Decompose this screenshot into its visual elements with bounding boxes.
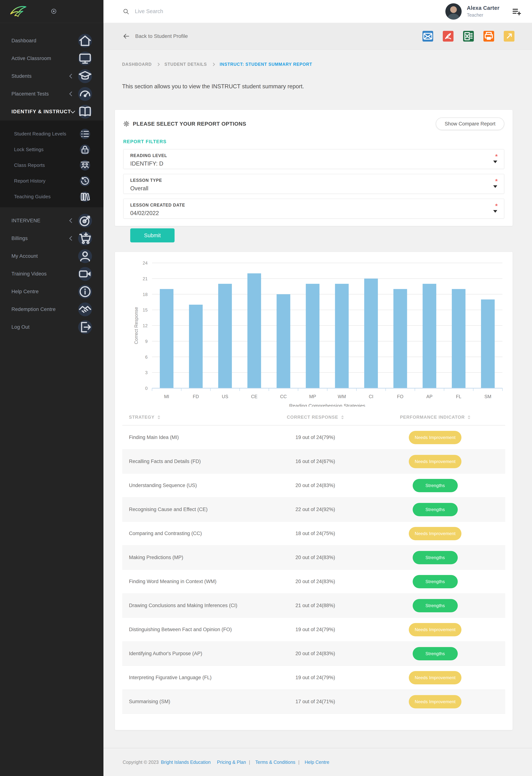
svg-text:Correct Response: Correct Response	[134, 307, 139, 344]
book-icon[interactable]	[78, 105, 92, 119]
footer-link-company[interactable]: Bright Islands Education	[161, 760, 211, 765]
footer-link-help-centre[interactable]: Help Centre	[305, 760, 329, 765]
sidebar-item-class-reports[interactable]: Class Reports	[0, 157, 103, 173]
handshake-icon[interactable]	[78, 303, 92, 316]
sidebar-item-teaching-guides[interactable]: Teaching Guides	[0, 189, 103, 205]
back-to-student-profile-link[interactable]: Back to Student Profile	[135, 33, 188, 39]
column-header-correct-response[interactable]: CORRECT RESPONSE	[265, 415, 365, 420]
footer-link-terms-conditions[interactable]: Terms & Conditions	[255, 760, 295, 765]
correct-response-cell: 17 out of 24(71%)	[265, 699, 365, 705]
email-export-button[interactable]	[423, 31, 433, 41]
user-meta: Alexa Carter Teacher	[467, 5, 500, 18]
sidebar-item-label: Log Out	[11, 324, 78, 330]
hummingbird-logo[interactable]	[9, 4, 27, 19]
filter-value: Overall	[130, 185, 497, 192]
filter-select-lesson-type[interactable]: LESSON TYPEOverall*	[123, 174, 504, 194]
svg-text:24: 24	[143, 260, 148, 265]
sidebar-item-report-history[interactable]: Report History	[0, 173, 103, 189]
table-row-distinguishing-between-fact-and-opinion-fo: Distinguishing Between Fact and Opinion …	[122, 618, 505, 642]
strategy-cell: Making Predictions (MP)	[122, 555, 265, 560]
pdf-export-button[interactable]	[443, 31, 454, 41]
breadcrumb-item-student-details[interactable]: STUDENT DETAILS	[165, 62, 207, 67]
column-header-performance-indicator[interactable]: PERFORMANCE INDICATOR	[365, 415, 505, 420]
sidebar-item-students[interactable]: Students	[0, 67, 103, 85]
info-icon[interactable]	[78, 285, 92, 299]
sidebar-nav-bottom: INTERVENEBillingsMy AccountTraining Vide…	[0, 207, 103, 336]
copyright-text: Copyright © 2023	[123, 760, 159, 765]
cart-icon[interactable]	[78, 231, 92, 245]
strategy-cell: Comparing and Contrasting (CC)	[122, 531, 265, 536]
column-header-label: CORRECT RESPONSE	[287, 415, 338, 420]
report-filters-title: REPORT FILTERS	[123, 139, 504, 144]
video-icon[interactable]	[78, 267, 92, 281]
strategy-cell: Recognising Cause and Effect (CE)	[122, 507, 265, 512]
gear-icon	[123, 121, 129, 127]
sidebar-item-lock-settings[interactable]: Lock Settings	[0, 142, 103, 157]
filter-select-reading-level[interactable]: READING LEVELIDENTIFY: D*	[123, 149, 504, 169]
history-icon[interactable]	[80, 176, 90, 186]
submit-button[interactable]: Submit	[130, 228, 175, 242]
monitor-icon[interactable]	[78, 51, 92, 65]
sidebar-item-training-videos[interactable]: Training Videos	[0, 265, 103, 283]
sidebar-item-log-out[interactable]: Log Out	[0, 318, 103, 336]
sort-icon[interactable]	[468, 415, 470, 419]
performance-indicator-cell: Strengths	[365, 479, 505, 492]
sidebar-item-label: IDENTIFY & INSTRUCT	[11, 109, 71, 115]
add-list-icon[interactable]	[512, 7, 521, 16]
sidebar-item-help-centre[interactable]: Help Centre	[0, 283, 103, 301]
show-compare-report-button[interactable]: Show Compare Report	[436, 118, 504, 130]
breadcrumb-item-dashboard[interactable]: DASHBOARD	[122, 62, 152, 67]
lock-icon[interactable]	[80, 145, 90, 155]
sidebar-toggle-icon[interactable]	[51, 8, 56, 14]
avatar[interactable]	[445, 3, 462, 20]
sidebar-item-intervene[interactable]: INTERVENE	[0, 212, 103, 229]
home-icon[interactable]	[78, 34, 92, 48]
performance-badge: Needs Improvement	[409, 695, 462, 708]
excel-export-button[interactable]	[463, 31, 474, 41]
required-asterisk: *	[495, 153, 498, 160]
performance-badge: Needs Improvement	[409, 527, 462, 540]
svg-text:FO: FO	[397, 394, 404, 399]
logout-icon[interactable]	[78, 320, 92, 334]
sidebar-item-student-reading-levels[interactable]: Student Reading Levels	[0, 126, 103, 142]
filter-label: LESSON TYPE	[130, 178, 497, 183]
svg-text:6: 6	[145, 355, 148, 360]
books-icon[interactable]	[80, 192, 90, 202]
strategy-cell: Distinguishing Between Fact and Opinion …	[122, 627, 265, 632]
footer-link-pricing-plan[interactable]: Pricing & Plan	[217, 760, 246, 765]
svg-text:US: US	[222, 394, 228, 399]
page-description: This section allows you to view the INST…	[122, 83, 513, 90]
page: DashboardActive ClassroomStudentsPlaceme…	[0, 0, 532, 776]
report-options-card: PLEASE SELECT YOUR REPORT OPTIONS Show C…	[115, 110, 513, 226]
class-icon[interactable]	[80, 160, 90, 171]
user-menu[interactable]: Alexa Carter Teacher	[445, 3, 500, 20]
user-role: Teacher	[467, 12, 500, 18]
live-search-input[interactable]	[135, 8, 445, 15]
sidebar-item-placement-tests[interactable]: Placement Tests	[0, 85, 103, 103]
list-icon[interactable]	[80, 129, 90, 139]
print-export-button[interactable]	[483, 31, 494, 41]
sidebar-item-label: Help Centre	[11, 289, 78, 295]
user-icon[interactable]	[78, 249, 92, 263]
sidebar-item-label: Students	[11, 73, 70, 79]
column-header-strategy[interactable]: STRATEGY	[122, 415, 265, 420]
gauge-icon[interactable]	[78, 87, 92, 101]
sidebar-item-redemption-centre[interactable]: Redemption Centre	[0, 301, 103, 318]
sidebar-item-identify-instruct[interactable]: IDENTIFY & INSTRUCT	[0, 103, 103, 121]
export-export-button[interactable]	[504, 31, 514, 41]
breadcrumb-separator-icon	[212, 63, 215, 66]
strategy-cell: Interpreting Figurative Language (FL)	[122, 675, 265, 681]
sort-icon[interactable]	[341, 415, 344, 419]
target-icon[interactable]	[78, 214, 92, 228]
filter-select-lesson-created-date[interactable]: LESSON CREATED DATE04/02/2022*	[123, 199, 504, 219]
sidebar-item-my-account[interactable]: My Account	[0, 247, 103, 265]
back-arrow-icon[interactable]	[123, 33, 130, 40]
performance-indicator-cell: Needs Improvement	[365, 455, 505, 468]
sort-icon[interactable]	[158, 415, 160, 419]
content: DASHBOARDSTUDENT DETAILSINSTRUCT: STUDEN…	[103, 62, 532, 730]
performance-badge: Strengths	[413, 479, 458, 492]
sidebar-item-dashboard[interactable]: Dashboard	[0, 32, 103, 49]
student-icon[interactable]	[78, 69, 92, 83]
sidebar-item-billings[interactable]: Billings	[0, 229, 103, 247]
sidebar-item-active-classroom[interactable]: Active Classroom	[0, 49, 103, 67]
